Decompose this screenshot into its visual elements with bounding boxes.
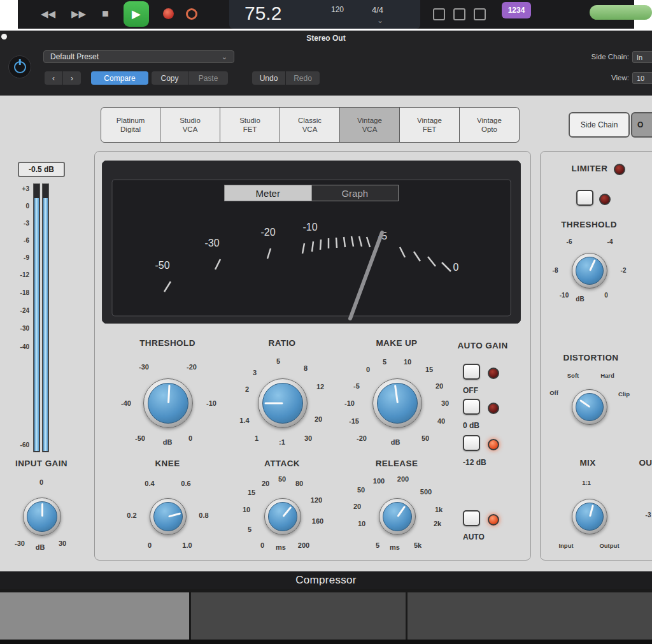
makeup-knob[interactable]	[372, 378, 422, 428]
knob-label: 20	[315, 415, 322, 423]
side-chain-segment[interactable]: O	[631, 112, 652, 138]
compare-button[interactable]: Compare	[91, 71, 148, 85]
graph-tab[interactable]: Graph	[311, 185, 399, 201]
copy-button[interactable]: Copy	[152, 71, 188, 85]
cycle-icon[interactable]	[186, 8, 197, 20]
toolbar-icon-2[interactable]	[453, 8, 465, 20]
stop-icon[interactable]: ■	[102, 7, 109, 20]
knob-label: -6	[567, 238, 572, 245]
vu-scale-label: -20	[260, 227, 275, 238]
meter-fill	[43, 198, 48, 451]
knob-label: 50	[278, 475, 286, 483]
count-in-badge[interactable]: 1234	[502, 2, 531, 18]
tab-label: Opto	[481, 125, 497, 134]
chevron-down-icon[interactable]: ⌄	[377, 16, 383, 25]
knob-label: -30	[15, 540, 25, 547]
knob-label: 160	[312, 517, 323, 525]
input-gain-knob[interactable]	[23, 497, 61, 536]
preset-label: Default Preset	[50, 52, 99, 61]
meter-tab[interactable]: Meter	[225, 185, 311, 201]
undo-button[interactable]: Undo	[252, 71, 285, 85]
knob-label: 20	[436, 382, 443, 390]
knob-label: 40	[437, 417, 445, 425]
vu-scale-label: -50	[155, 260, 169, 271]
power-button[interactable]	[8, 55, 31, 78]
attack-knob[interactable]	[264, 498, 301, 535]
knob-label: 2	[245, 385, 249, 393]
side-chain-dropdown[interactable]: In	[632, 51, 652, 63]
release-knob[interactable]	[379, 498, 416, 535]
rewind-icon[interactable]: ◀◀	[41, 8, 55, 20]
knob-label: -10	[560, 292, 569, 299]
knob-cap	[383, 502, 412, 531]
autogain-0db-label: 0 dB	[463, 421, 479, 430]
knob-cap	[148, 383, 188, 424]
preset-dropdown[interactable]: Default Preset ⌄	[43, 50, 234, 63]
autogain-off-button[interactable]	[463, 364, 480, 380]
limiter-title: LIMITER	[572, 164, 608, 173]
compare-label: Compare	[104, 74, 135, 83]
model-tab-platinum-digital[interactable]: PlatinumDigital	[101, 107, 160, 143]
level-meter-left	[33, 183, 40, 452]
knob-label: 10	[358, 520, 365, 527]
knob-pointer	[589, 259, 596, 271]
window-close-button[interactable]	[1, 34, 7, 39]
knob-label: dB	[163, 438, 173, 446]
knob-label: 20	[262, 480, 269, 487]
paste-button[interactable]: Paste	[188, 71, 228, 85]
knob-pointer	[264, 403, 283, 404]
output-knob-label-partial: -3	[646, 512, 651, 519]
autogain-minus12-led	[488, 439, 499, 450]
preset-back-button[interactable]: ‹	[45, 71, 62, 85]
view-dropdown[interactable]: 10	[632, 72, 652, 84]
auto-release-button[interactable]	[463, 510, 480, 526]
mix-knob[interactable]	[572, 499, 607, 534]
model-tab-studio-vca[interactable]: StudioVCA	[160, 107, 220, 143]
model-tab-vintage-fet[interactable]: VintageFET	[400, 107, 460, 143]
meter-scale-label: -6	[24, 237, 29, 244]
model-tab-classic-vca[interactable]: ClassicVCA	[280, 107, 340, 143]
knob-label: ms	[276, 543, 286, 551]
mix-title: MIX	[579, 458, 595, 468]
model-tab-vintage-vca[interactable]: VintageVCA	[340, 107, 400, 143]
knob-label: -50	[135, 434, 145, 442]
knob-pointer	[168, 512, 181, 517]
input-gain-readout: -0.5 dB	[18, 162, 65, 177]
toolbar-icon-3[interactable]	[474, 8, 486, 20]
side-chain-button[interactable]: Side Chain	[569, 112, 630, 138]
knob-cap	[262, 383, 303, 424]
limiter-button[interactable]	[576, 190, 593, 206]
knob-label: 200	[397, 475, 409, 483]
model-tab-studio-fet[interactable]: StudioFET	[220, 107, 280, 143]
ratio-title: RATIO	[269, 338, 296, 348]
model-tab-vintage-opto[interactable]: VintageOpto	[460, 107, 520, 143]
view-label: View:	[611, 74, 629, 82]
threshold-knob[interactable]	[143, 378, 193, 428]
knee-knob[interactable]	[150, 498, 187, 535]
knob-label: 5	[248, 526, 252, 533]
ratio-knob[interactable]	[258, 378, 308, 428]
meter-scale-label: 0	[25, 203, 29, 210]
background-region-right	[408, 592, 652, 640]
meter-scale-label: -30	[20, 325, 29, 332]
meter-scale-label: -40	[20, 343, 29, 350]
fast-forward-icon[interactable]: ▶▶	[71, 8, 86, 20]
autogain-minus12-button[interactable]	[463, 435, 480, 451]
tab-label: FET	[243, 125, 257, 134]
knob-label: 15	[425, 366, 433, 373]
knob-label: 30	[441, 399, 449, 407]
knob-label: 80	[295, 480, 303, 487]
meter-scale-label: -60	[20, 441, 29, 448]
autogain-0db-button[interactable]	[463, 399, 480, 415]
redo-button[interactable]: Redo	[286, 71, 320, 85]
toolbar-icon-1[interactable]	[433, 8, 445, 20]
distortion-knob[interactable]	[572, 389, 607, 425]
undo-label: Undo	[260, 74, 278, 83]
record-button[interactable]	[163, 8, 174, 19]
limiter-threshold-knob[interactable]	[572, 253, 607, 289]
preset-forward-button[interactable]: ›	[63, 71, 81, 85]
master-level-meter[interactable]	[590, 5, 652, 20]
knob-label: ms	[390, 543, 400, 551]
play-icon: ▶	[132, 7, 141, 21]
play-button[interactable]: ▶	[124, 1, 149, 27]
